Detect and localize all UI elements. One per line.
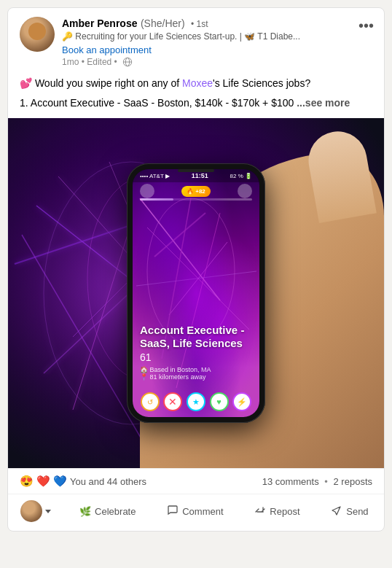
comment-button[interactable]: Comment <box>158 499 232 524</box>
boost-button[interactable]: ⚡ <box>232 392 251 411</box>
phone-screen: •••• AT&T ▶ 11:51 82 % 🔋 <box>133 169 259 417</box>
comments-reposts: 13 comments • 2 reposts <box>262 476 372 487</box>
job-location: 🏠 Based in Boston, MA <box>140 366 252 373</box>
author-avatar[interactable] <box>20 17 55 52</box>
tinder-likes-badge: 🔥 +82 <box>181 186 211 197</box>
rewind-button[interactable]: ↺ <box>141 392 160 411</box>
author-name-line: Amber Penrose (She/Her) • 1st <box>62 17 372 30</box>
job-card-info: Account Executive - SaaS, Life Sciences … <box>140 324 252 381</box>
superlike-button[interactable]: ★ <box>187 392 205 411</box>
reaction-heart-eyes: 😍 <box>20 475 34 488</box>
author-tagline: 🔑 Recruiting for your Life Sciences Star… <box>62 31 372 43</box>
author-name: Amber Penrose <box>62 17 137 29</box>
reactions: 😍 ❤️ 💙 You and 44 others <box>20 475 146 488</box>
repost-button[interactable]: Repost <box>246 499 308 524</box>
post-header: Amber Penrose (She/Her) • 1st 🔑 Recruiti… <box>8 8 384 73</box>
tinder-profile-icon <box>140 184 154 198</box>
job-age: 61 <box>140 351 252 363</box>
job-title: Account Executive - SaaS, Life Sciences <box>140 324 252 350</box>
job-distance: 📍 81 kilometers away <box>140 373 252 381</box>
see-more-link[interactable]: ...see more <box>297 97 350 109</box>
engagement-count[interactable]: You and 44 others <box>70 476 146 487</box>
tinder-menu-icon <box>238 184 252 198</box>
author-pronouns: (She/Her) <box>141 17 185 29</box>
job-listing-line: 1. Account Executive - SaaS - Boston, $1… <box>20 96 372 111</box>
reaction-blue-heart: 💙 <box>53 475 67 488</box>
fire-icon: 🔥 <box>187 188 194 195</box>
send-button[interactable]: Send <box>322 499 377 524</box>
reposts-count[interactable]: 2 reposts <box>334 476 372 487</box>
tinder-action-buttons: ↺ ✕ ★ ♥ ⚡ <box>133 392 259 411</box>
celebrate-button[interactable]: 🌿 Celebrate <box>71 500 144 523</box>
linkedin-post-card: Amber Penrose (She/Her) • 1st 🔑 Recruiti… <box>7 7 385 532</box>
post-text: 💕 Would you swipe right on any of Moxee'… <box>20 76 372 91</box>
send-icon <box>331 505 342 518</box>
reaction-heart: ❤️ <box>36 475 50 488</box>
author-degree: • 1st <box>191 19 208 29</box>
user-avatar-section <box>15 497 57 525</box>
post-content: 💕 Would you swipe right on any of Moxee'… <box>8 73 384 118</box>
book-appointment-link[interactable]: Book an appointment <box>62 44 372 55</box>
engagement-bar: 😍 ❤️ 💙 You and 44 others 13 comments • 2… <box>8 468 384 494</box>
phone-notch <box>178 169 214 172</box>
phone-mockup: •••• AT&T ▶ 11:51 82 % 🔋 <box>127 163 265 423</box>
post-actions-bar: 🌿 Celebrate Comment Repost <box>8 494 384 531</box>
comment-icon <box>167 505 179 518</box>
post-meta: 1mo • Edited • <box>62 57 372 68</box>
comments-count[interactable]: 13 comments <box>262 476 319 487</box>
like-button[interactable]: ♥ <box>210 392 229 411</box>
nope-button[interactable]: ✕ <box>163 392 182 411</box>
more-options-button[interactable]: ••• <box>358 18 374 33</box>
tinder-app-screen: •••• AT&T ▶ 11:51 82 % 🔋 <box>133 169 259 417</box>
repost-icon <box>254 505 266 518</box>
author-info: Amber Penrose (She/Her) • 1st 🔑 Recruiti… <box>62 17 372 67</box>
celebrate-icon: 🌿 <box>79 506 91 517</box>
current-user-avatar <box>20 500 42 522</box>
phone-outer-frame: •••• AT&T ▶ 11:51 82 % 🔋 <box>127 163 265 423</box>
tinder-top-bar: 🔥 +82 <box>133 169 259 203</box>
globe-icon <box>122 57 133 67</box>
post-image: •••• AT&T ▶ 11:51 82 % 🔋 <box>8 118 384 468</box>
avatar-chevron-icon[interactable] <box>45 510 51 513</box>
moxee-link[interactable]: Moxee <box>182 77 213 89</box>
